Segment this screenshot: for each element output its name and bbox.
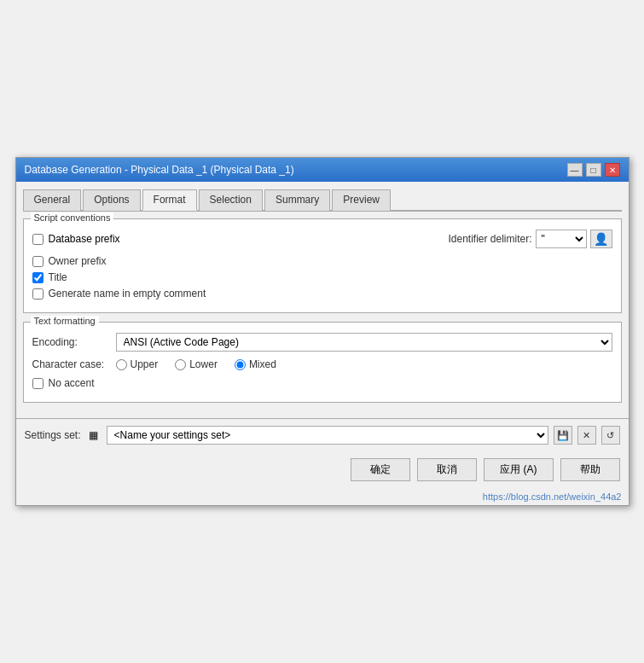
lower-radio[interactable] [175,359,186,370]
character-case-row: Character case: Upper Lower Mixed [32,358,612,370]
title-row: Title [32,271,612,283]
identifier-delimiter-right: Identifier delimiter: " ' [ 👤 [448,230,612,248]
confirm-button[interactable]: 确定 [351,458,410,481]
generate-name-row: Generate name in empty comment [32,288,612,300]
identifier-row: Database prefix Identifier delimiter: " … [32,230,612,248]
settings-save-button[interactable]: 💾 [554,426,572,445]
script-conventions-content: Database prefix Identifier delimiter: " … [32,230,612,300]
action-bar: 确定 取消 应用 (A) 帮助 [16,451,629,490]
encoding-select[interactable]: ANSI (Active Code Page) UTF-8 UTF-16 [116,333,612,352]
upper-label: Upper [131,358,159,370]
database-prefix-left: Database prefix [32,233,120,245]
owner-prefix-row: Owner prefix [32,255,612,267]
cancel-button[interactable]: 取消 [417,458,477,481]
title-label: Title [49,271,67,283]
no-accent-checkbox[interactable] [32,378,44,389]
lower-label: Lower [189,358,218,370]
text-formatting-legend: Text formatting [31,316,99,326]
title-bar: Database Generation - Physical Data _1 (… [16,158,629,182]
upper-radio[interactable] [116,359,127,370]
window-title: Database Generation - Physical Data _1 (… [25,164,294,176]
script-conventions-legend: Script conventions [31,212,114,223]
tab-selection[interactable]: Selection [199,189,263,211]
tab-preview[interactable]: Preview [332,189,391,211]
watermark: https://blog.csdn.net/weixin_44a2 [16,490,629,505]
owner-prefix-label: Owner prefix [49,255,107,267]
identifier-icon-button[interactable]: 👤 [590,230,612,248]
mixed-option: Mixed [235,358,276,370]
encoding-row: Encoding: ANSI (Active Code Page) UTF-8 … [32,333,612,352]
tab-summary[interactable]: Summary [264,189,330,211]
database-prefix-label: Database prefix [49,233,120,245]
person-icon: 👤 [594,232,608,246]
tab-bar: General Options Format Selection Summary… [23,189,622,212]
identifier-delimiter-label: Identifier delimiter: [448,233,531,245]
close-button[interactable]: ✕ [605,163,620,177]
identifier-delimiter-select[interactable]: " ' [ [536,230,587,248]
generate-name-label: Generate name in empty comment [49,288,206,300]
dialog-content: General Options Format Selection Summary… [16,182,629,418]
script-conventions-section: Script conventions Database prefix Ident… [23,218,622,313]
upper-option: Upper [116,358,159,370]
character-case-radio-group: Upper Lower Mixed [116,358,276,370]
title-checkbox[interactable] [32,272,44,283]
database-prefix-checkbox[interactable] [32,234,44,245]
settings-reset-button[interactable]: ↺ [601,426,620,445]
tab-format[interactable]: Format [142,189,197,211]
watermark-text: https://blog.csdn.net/weixin_44a2 [483,491,622,502]
encoding-label: Encoding: [32,336,109,348]
apply-button[interactable]: 应用 (A) [484,458,553,481]
tab-options[interactable]: Options [83,189,140,211]
settings-set-label: Settings set: [25,429,81,441]
help-button[interactable]: 帮助 [560,458,620,481]
text-formatting-section: Text formatting Encoding: ANSI (Active C… [23,322,622,403]
main-window: Database Generation - Physical Data _1 (… [15,157,629,506]
settings-bar: Settings set: ▦ <Name your settings set>… [16,418,629,451]
tab-general[interactable]: General [23,189,82,211]
reset-icon: ↺ [606,430,614,441]
lower-option: Lower [175,358,218,370]
owner-prefix-checkbox[interactable] [32,256,44,267]
minimize-button[interactable]: — [567,163,583,177]
settings-table-icon: ▦ [86,427,102,443]
save-icon: 💾 [557,430,569,441]
settings-delete-button[interactable]: ✕ [577,426,596,445]
title-bar-buttons: — □ ✕ [567,163,620,177]
no-accent-row: No accent [32,377,612,389]
character-case-label: Character case: [32,358,109,370]
mixed-label: Mixed [249,358,276,370]
maximize-button[interactable]: □ [586,163,601,177]
settings-set-select[interactable]: <Name your settings set> [107,426,548,445]
mixed-radio[interactable] [235,359,246,370]
generate-name-checkbox[interactable] [32,288,44,300]
no-accent-label: No accent [49,377,95,389]
delete-icon: ✕ [583,430,590,441]
text-formatting-content: Encoding: ANSI (Active Code Page) UTF-8 … [32,333,612,389]
